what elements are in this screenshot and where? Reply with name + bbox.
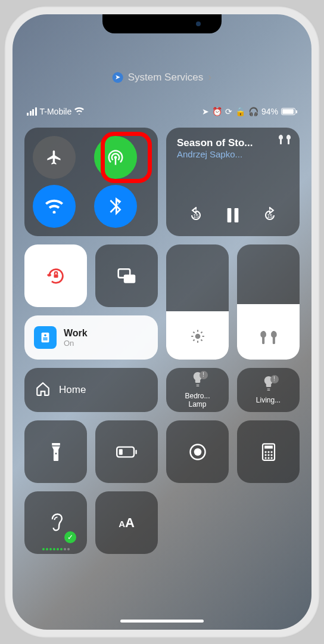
text-size-button[interactable]: AA xyxy=(95,491,158,554)
home-icon xyxy=(35,381,51,400)
svg-point-30 xyxy=(264,454,266,456)
lightbulb-icon: ! xyxy=(192,372,203,389)
lightbulb-icon: ! xyxy=(263,376,274,394)
calculator-icon xyxy=(261,443,276,461)
svg-point-28 xyxy=(267,451,269,453)
screen-mirroring-button[interactable] xyxy=(95,244,158,307)
screen: ➤ System Services › T-Mobile ➤ ⏰ ⟳ 🔒 🎧 9… xyxy=(13,14,311,630)
bluetooth-icon xyxy=(110,197,122,215)
bedroom-lamp-button[interactable]: ! Bedro... Lamp xyxy=(166,368,229,412)
sync-icon: ⟳ xyxy=(225,107,232,116)
text-size-label: AA xyxy=(119,515,135,531)
work-focus-icon xyxy=(34,326,57,349)
svg-point-24 xyxy=(194,448,201,456)
lock-icon: 🔒 xyxy=(235,107,245,116)
skip-back-button[interactable]: 15 xyxy=(188,207,204,227)
media-title: Season of Sto... xyxy=(177,137,289,149)
airplane-icon xyxy=(46,149,63,166)
svg-point-31 xyxy=(267,454,269,456)
carrier-label: T-Mobile xyxy=(40,107,72,116)
focus-subtitle: On xyxy=(64,339,88,348)
svg-text:15: 15 xyxy=(194,213,200,219)
location-active-icon: ➤ xyxy=(202,107,209,116)
skip-forward-button[interactable]: 15 xyxy=(261,207,278,227)
flashlight-icon xyxy=(51,443,61,461)
airplane-mode-button[interactable] xyxy=(33,136,76,179)
svg-rect-22 xyxy=(135,450,136,454)
living-room-button[interactable]: ! Living... xyxy=(237,368,300,412)
rotation-lock-icon xyxy=(46,266,66,286)
media-artist: Andrzej Sapko... xyxy=(177,149,289,159)
screen-record-button[interactable] xyxy=(166,420,229,483)
wifi-button[interactable] xyxy=(33,185,76,228)
alarm-icon: ⏰ xyxy=(212,107,222,116)
airpods-icon xyxy=(260,331,278,348)
svg-point-33 xyxy=(264,457,266,459)
svg-point-34 xyxy=(267,457,269,459)
flashlight-button[interactable] xyxy=(24,420,87,483)
brightness-slider[interactable] xyxy=(166,244,229,360)
airpods-output-icon[interactable] xyxy=(278,135,291,146)
home-indicator[interactable] xyxy=(120,620,204,623)
accessory-label: Bedro... xyxy=(185,392,210,400)
banner-label: System Services xyxy=(128,72,204,83)
accessory-sublabel: Lamp xyxy=(185,400,210,408)
alert-badge-icon: ! xyxy=(270,375,279,383)
focus-title: Work xyxy=(64,328,88,339)
battery-low-icon xyxy=(116,446,138,458)
battery-percent: 94% xyxy=(261,107,278,116)
headphones-icon: 🎧 xyxy=(248,107,258,116)
svg-rect-21 xyxy=(119,449,122,455)
connectivity-module[interactable] xyxy=(24,128,158,236)
svg-rect-19 xyxy=(43,339,47,340)
svg-line-12 xyxy=(193,332,194,333)
rotation-lock-button[interactable] xyxy=(24,244,87,307)
notch xyxy=(102,14,222,33)
hearing-button[interactable]: ✓ xyxy=(24,491,87,554)
svg-line-14 xyxy=(193,339,194,340)
pause-button[interactable] xyxy=(226,208,239,225)
wifi-icon xyxy=(74,107,84,116)
home-button[interactable]: Home xyxy=(24,368,158,412)
svg-rect-18 xyxy=(43,338,47,339)
alert-badge-icon: ! xyxy=(200,371,208,379)
low-power-button[interactable] xyxy=(95,420,158,483)
svg-line-13 xyxy=(201,339,202,340)
svg-point-32 xyxy=(270,454,272,456)
svg-rect-1 xyxy=(228,208,232,222)
cellular-signal-icon xyxy=(27,107,37,116)
phone-frame: ➤ System Services › T-Mobile ➤ ⏰ ⟳ 🔒 🎧 9… xyxy=(4,6,320,638)
svg-text:15: 15 xyxy=(267,213,273,219)
cellular-data-button[interactable] xyxy=(94,136,137,179)
svg-point-29 xyxy=(270,451,272,453)
svg-rect-2 xyxy=(235,208,239,222)
svg-rect-6 xyxy=(123,274,135,283)
media-module[interactable]: Season of Sto... Andrzej Sapko... 15 15 xyxy=(166,128,300,236)
status-bar: T-Mobile ➤ ⏰ ⟳ 🔒 🎧 94% xyxy=(13,107,311,116)
location-arrow-icon: ➤ xyxy=(113,72,123,83)
focus-button[interactable]: Work On xyxy=(24,315,158,360)
svg-rect-26 xyxy=(264,445,273,448)
svg-point-17 xyxy=(44,335,46,337)
wifi-icon xyxy=(45,199,63,213)
sun-icon xyxy=(190,329,205,348)
accessory-label: Living... xyxy=(256,396,281,404)
svg-rect-4 xyxy=(54,274,58,278)
svg-line-15 xyxy=(201,332,202,333)
home-label: Home xyxy=(59,384,86,396)
hearing-level-indicator xyxy=(42,548,70,550)
ear-icon xyxy=(48,513,64,532)
cellular-antenna-icon xyxy=(107,148,124,166)
checkmark-badge-icon: ✓ xyxy=(64,531,76,543)
svg-point-35 xyxy=(270,457,272,459)
svg-point-27 xyxy=(264,451,266,453)
location-banner[interactable]: ➤ System Services › xyxy=(113,71,212,83)
chevron-right-icon: › xyxy=(208,71,211,83)
record-icon xyxy=(189,443,207,461)
calculator-button[interactable] xyxy=(237,420,300,483)
volume-slider[interactable] xyxy=(237,244,300,360)
svg-point-7 xyxy=(195,334,200,339)
screen-mirroring-icon xyxy=(117,268,136,284)
bluetooth-button[interactable] xyxy=(94,185,137,228)
battery-icon xyxy=(281,108,297,115)
